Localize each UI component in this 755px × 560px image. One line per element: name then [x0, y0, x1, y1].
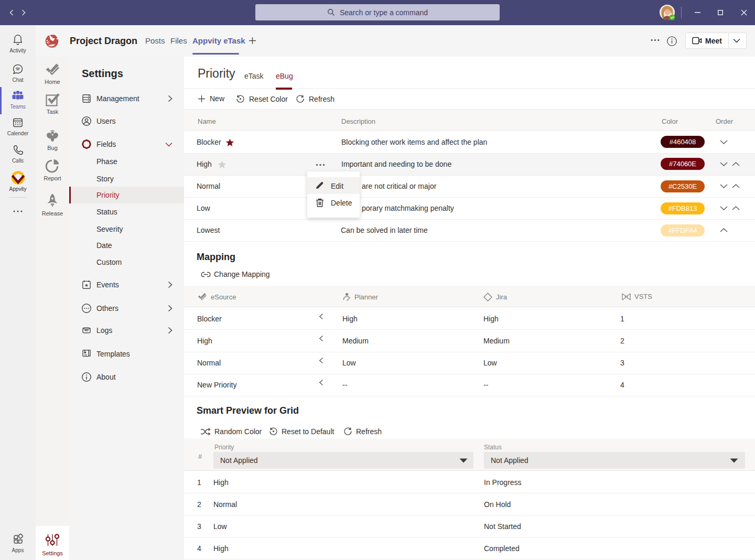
svg-text:LOG: LOG — [85, 330, 89, 332]
